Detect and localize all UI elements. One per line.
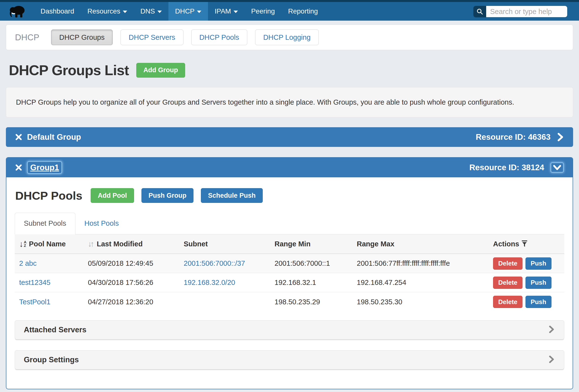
group-name: Default Group — [27, 132, 81, 142]
search-input[interactable] — [486, 6, 567, 17]
tab-subnet-pools[interactable]: Subnet Pools — [15, 213, 75, 234]
add-group-button[interactable]: Add Group — [136, 63, 185, 78]
group-panel-body: DHCP Pools Add Pool Push Group Schedule … — [6, 177, 573, 369]
subnet-link[interactable]: 2001:506:7000::/37 — [184, 259, 245, 267]
delete-button[interactable]: Delete — [493, 296, 522, 308]
subnav-tab-dhcp-pools[interactable]: DHCP Pools — [191, 29, 247, 45]
dhcp-subnav: DHCP DHCP Groups DHCP Servers DHCP Pools… — [6, 25, 573, 50]
nav-items: Dashboard Resources DNS DHCP IPAM Peerin… — [34, 2, 325, 21]
subnet-link[interactable]: 192.168.32.0/20 — [184, 279, 235, 286]
last-modified-value: 04/30/2018 17:56:26 — [83, 279, 179, 287]
group-panel-group1: Group1 Resource ID: 38124 DHCP Pools Add… — [6, 157, 573, 389]
push-group-button[interactable]: Push Group — [142, 188, 194, 203]
range-min-value: 192.168.32.1 — [270, 279, 352, 287]
browser-top-strip — [0, 0, 579, 2]
push-button[interactable]: Push — [525, 277, 552, 289]
caret-down-icon — [233, 10, 238, 13]
page-title: DHCP Groups List — [9, 62, 129, 78]
table-header-row: ↓ AZ Pool Name ↓↑ Last Modified Subnet R… — [15, 234, 564, 254]
sort-alpha-asc-icon[interactable]: ↓ AZ — [19, 240, 26, 247]
nav-item-dhcp[interactable]: DHCP — [168, 2, 208, 21]
accordions: Attached Servers Group Settings — [15, 320, 564, 369]
range-min-value: 2001:506:7000::1 — [270, 259, 352, 267]
push-button[interactable]: Push — [525, 257, 552, 270]
range-max-value: 2001:506:77ff:ffff:ffff:ffff:ffff:fffe — [352, 259, 489, 267]
range-max-value: 198.50.235.30 — [352, 298, 489, 306]
caret-down-icon — [197, 10, 201, 13]
column-header-range-max[interactable]: Range Max — [352, 240, 489, 248]
dhcp-pools-title: DHCP Pools — [15, 189, 82, 202]
pool-tabs: Subnet Pools Host Pools — [15, 213, 564, 234]
column-header-pool-name[interactable]: ↓ AZ Pool Name — [15, 240, 83, 248]
nav-item-ipam[interactable]: IPAM — [208, 2, 244, 21]
accordion-group-settings[interactable]: Group Settings — [15, 350, 564, 369]
section-label: DHCP — [15, 32, 39, 42]
search-icon[interactable] — [473, 6, 486, 17]
remove-group-icon[interactable] — [15, 134, 22, 141]
remove-group-icon[interactable] — [15, 164, 22, 171]
resource-id-label: Resource ID: 46363 — [476, 132, 551, 142]
filter-funnel-icon[interactable] — [521, 240, 527, 247]
push-button[interactable]: Push — [525, 296, 552, 308]
column-header-last-modified[interactable]: ↓↑ Last Modified — [83, 239, 179, 248]
pool-name-link[interactable]: test12345 — [19, 279, 50, 286]
nav-item-dashboard[interactable]: Dashboard — [34, 2, 81, 21]
top-navbar: Dashboard Resources DNS DHCP IPAM Peerin… — [0, 2, 579, 21]
subnav-tab-dhcp-groups[interactable]: DHCP Groups — [51, 29, 113, 45]
chevron-right-icon[interactable] — [549, 326, 554, 334]
dhcp-pools-header: DHCP Pools Add Pool Push Group Schedule … — [15, 188, 564, 203]
column-header-range-min[interactable]: Range Min — [270, 240, 352, 248]
range-max-value: 192.168.47.254 — [352, 279, 489, 287]
sort-icon[interactable]: ↓↑ — [88, 239, 93, 248]
group-header-group1[interactable]: Group1 Resource ID: 38124 — [6, 158, 573, 177]
chevron-right-icon[interactable] — [549, 356, 554, 364]
group-header-default-group[interactable]: Default Group Resource ID: 46363 — [6, 127, 573, 147]
nav-item-dns[interactable]: DNS — [134, 2, 168, 21]
schedule-push-button[interactable]: Schedule Push — [201, 188, 263, 203]
group-name-link[interactable]: Group1 — [27, 161, 62, 174]
column-header-actions[interactable]: Actions — [489, 240, 564, 248]
add-pool-button[interactable]: Add Pool — [91, 188, 134, 203]
nav-item-resources[interactable]: Resources — [81, 2, 134, 21]
page-content: DHCP DHCP Groups DHCP Servers DHCP Pools… — [0, 21, 579, 389]
last-modified-value: 05/09/2018 12:49:45 — [83, 259, 179, 267]
resource-id-label: Resource ID: 38124 — [469, 163, 544, 172]
nav-item-reporting[interactable]: Reporting — [281, 2, 324, 21]
global-search — [473, 6, 567, 17]
table-row: TestPool1 04/27/2018 12:36:20 198.50.235… — [15, 292, 564, 312]
chevron-down-icon[interactable] — [551, 162, 564, 173]
table-row: test12345 04/30/2018 17:56:26 192.168.32… — [15, 273, 564, 292]
chevron-right-icon[interactable] — [557, 133, 564, 141]
title-row: DHCP Groups List Add Group — [9, 62, 573, 78]
caret-down-icon — [123, 10, 127, 13]
column-header-subnet[interactable]: Subnet — [179, 240, 270, 248]
subnav-tab-dhcp-servers[interactable]: DHCP Servers — [121, 29, 183, 45]
mammoth-logo-icon — [9, 4, 26, 18]
caret-down-icon — [157, 10, 162, 13]
pool-name-link[interactable]: 2 abc — [19, 259, 37, 267]
table-row: 2 abc 05/09/2018 12:49:45 2001:506:7000:… — [15, 254, 564, 273]
last-modified-value: 04/27/2018 12:36:20 — [83, 298, 179, 306]
accordion-attached-servers[interactable]: Attached Servers — [15, 320, 564, 339]
nav-item-peering[interactable]: Peering — [245, 2, 282, 21]
description-panel: DHCP Groups help you to organize all of … — [6, 87, 573, 117]
subnav-tab-dhcp-logging[interactable]: DHCP Logging — [255, 29, 319, 45]
description-text: DHCP Groups help you to organize all of … — [16, 98, 563, 106]
subnet-pools-table: ↓ AZ Pool Name ↓↑ Last Modified Subnet R… — [15, 234, 564, 312]
mammoth-logo[interactable] — [9, 2, 26, 21]
pool-name-link[interactable]: TestPool1 — [19, 298, 50, 306]
range-min-value: 198.50.235.29 — [270, 298, 352, 306]
delete-button[interactable]: Delete — [493, 257, 522, 270]
delete-button[interactable]: Delete — [493, 277, 522, 289]
tab-host-pools[interactable]: Host Pools — [75, 213, 128, 234]
